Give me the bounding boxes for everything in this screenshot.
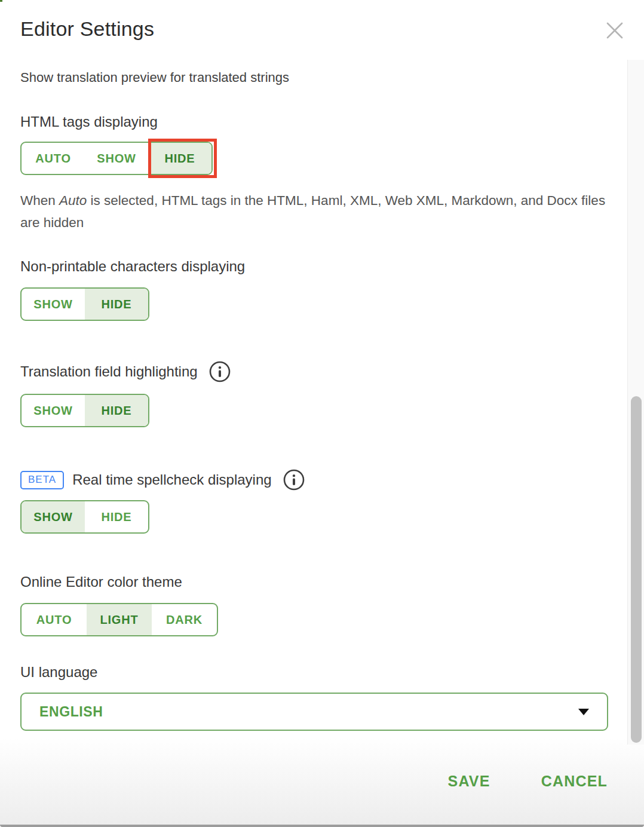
description-text: When — [20, 193, 59, 208]
spellcheck-row: BETA Real time spellcheck displaying — [20, 468, 608, 491]
dialog-bottom-edge — [0, 825, 644, 827]
scrollbar-track[interactable] — [627, 60, 644, 745]
close-icon — [603, 19, 626, 44]
ui-language-label: UI language — [20, 663, 608, 681]
html-tags-description: When Auto is selected, HTML tags in the … — [20, 189, 625, 234]
html-tags-option-hide[interactable]: HIDE — [148, 143, 211, 174]
color-theme-option-auto[interactable]: AUTO — [22, 604, 87, 635]
field-highlighting-option-hide[interactable]: HIDE — [85, 395, 148, 426]
html-tags-option-show[interactable]: SHOW — [85, 143, 148, 174]
ui-language-value: ENGLISH — [39, 704, 103, 720]
dialog-footer: SAVE CANCEL — [0, 737, 644, 825]
chevron-down-icon — [578, 709, 589, 715]
info-icon[interactable] — [283, 468, 305, 491]
scrollbar-thumb[interactable] — [631, 396, 642, 743]
non-printable-option-show[interactable]: SHOW — [22, 289, 85, 320]
close-button[interactable] — [602, 19, 627, 44]
color-theme-control: AUTO LIGHT DARK — [20, 603, 218, 636]
html-tags-label: HTML tags displaying — [20, 113, 608, 131]
dialog-content: Show translation preview for translated … — [0, 70, 644, 731]
color-theme-option-light[interactable]: LIGHT — [87, 604, 152, 635]
description-italic-text: Auto — [59, 193, 87, 208]
info-icon[interactable] — [208, 360, 231, 383]
ui-language-select[interactable]: ENGLISH — [20, 693, 608, 731]
translation-preview-label: Show translation preview for translated … — [20, 70, 608, 85]
description-text: is selected, HTML tags in the HTML, Haml… — [20, 193, 605, 230]
cancel-button[interactable]: CANCEL — [541, 773, 608, 790]
non-printable-label: Non-printable characters displaying — [20, 258, 608, 275]
field-highlighting-control: SHOW HIDE — [20, 394, 149, 427]
color-theme-label: Online Editor color theme — [20, 573, 608, 591]
field-highlighting-label: Translation field highlighting — [20, 363, 198, 381]
spellcheck-option-show[interactable]: SHOW — [22, 501, 85, 532]
spellcheck-label: Real time spellcheck displaying — [72, 471, 272, 489]
beta-badge: BETA — [20, 471, 64, 489]
non-printable-control: SHOW HIDE — [20, 287, 149, 321]
field-highlighting-row: Translation field highlighting — [20, 360, 608, 383]
spellcheck-control: SHOW HIDE — [20, 500, 149, 534]
screenshot-corner-artifact — [0, 0, 2, 2]
non-printable-option-hide[interactable]: HIDE — [85, 289, 148, 320]
field-highlighting-option-show[interactable]: SHOW — [22, 395, 85, 426]
html-tags-control: AUTO SHOW HIDE — [20, 142, 213, 175]
dialog-header: Editor Settings — [0, 0, 644, 42]
dialog-title: Editor Settings — [20, 16, 624, 42]
spellcheck-option-hide[interactable]: HIDE — [85, 501, 148, 532]
save-button[interactable]: SAVE — [448, 773, 490, 790]
html-tags-option-auto[interactable]: AUTO — [22, 143, 85, 174]
color-theme-option-dark[interactable]: DARK — [152, 604, 217, 635]
